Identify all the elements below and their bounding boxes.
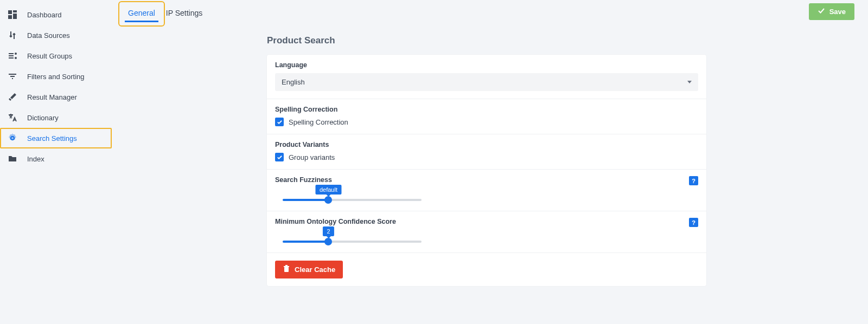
tabs-highlight-wrap: General (120, 3, 163, 24)
data-sources-icon (8, 30, 17, 40)
sidebar-item-dashboard[interactable]: Dashboard (0, 4, 112, 25)
svg-rect-1 (13, 10, 17, 12)
svg-rect-0 (8, 10, 12, 14)
ontology-slider[interactable]: 2 (283, 241, 422, 243)
sidebar-item-search-settings[interactable]: Search Settings (0, 128, 112, 148)
sidebar-item-label: Data Sources (27, 31, 70, 40)
clear-cache-button[interactable]: Clear Cache (275, 261, 343, 278)
slider-thumb[interactable] (324, 196, 332, 204)
main-content: General IP Settings Save Product Search … (112, 0, 868, 324)
section-language: Language English (267, 55, 706, 99)
label-variants: Product Variants (275, 141, 698, 148)
label-spelling: Spelling Correction (275, 106, 698, 113)
tools-icon (8, 92, 17, 102)
check-icon (818, 7, 825, 16)
svg-point-7 (15, 53, 16, 54)
save-button-label: Save (829, 8, 846, 16)
filters-icon (8, 72, 17, 81)
save-button[interactable]: Save (809, 3, 854, 20)
trash-icon (283, 265, 290, 274)
svg-rect-14 (285, 265, 288, 266)
variants-checkbox[interactable] (275, 153, 284, 161)
slider-thumb[interactable] (324, 238, 332, 245)
sidebar: Dashboard Data Sources Result Groups Fil… (0, 0, 112, 324)
dashboard-icon (8, 10, 17, 20)
label-fuzziness: Search Fuzziness (275, 176, 332, 184)
fuzziness-slider-tooltip: default (316, 185, 341, 195)
settings-card: Language English Spelling Correction Spe… (267, 55, 706, 286)
spelling-checkbox-label: Spelling Correction (289, 118, 348, 126)
sidebar-item-label: Index (27, 155, 44, 163)
clear-cache-label: Clear Cache (295, 265, 335, 274)
sidebar-item-label: Result Manager (27, 93, 77, 101)
tab-ip-settings[interactable]: IP Settings (163, 3, 206, 21)
folder-icon (8, 154, 17, 164)
sidebar-item-result-groups[interactable]: Result Groups (0, 46, 112, 66)
help-icon-fuzziness[interactable]: ? (689, 176, 698, 185)
result-groups-icon (8, 51, 17, 61)
sidebar-item-result-manager[interactable]: Result Manager (0, 87, 112, 107)
label-ontology: Minimum Ontology Confidence Score (275, 218, 396, 225)
language-select[interactable]: English (275, 73, 698, 91)
sidebar-item-label: Dictionary (27, 114, 59, 122)
section-ontology: Minimum Ontology Confidence Score ? 2 (267, 211, 706, 253)
section-variants: Product Variants Group variants (267, 134, 706, 170)
tab-general[interactable]: General (125, 7, 158, 22)
help-icon-ontology[interactable]: ? (689, 218, 698, 227)
label-language: Language (275, 61, 698, 69)
spelling-checkbox[interactable] (275, 118, 284, 126)
sidebar-item-label: Filters and Sorting (27, 73, 85, 81)
section-clear-cache: Clear Cache (267, 253, 706, 286)
svg-rect-13 (284, 266, 289, 267)
chevron-down-icon (687, 81, 692, 83)
section-fuzziness: Search Fuzziness ? default (267, 170, 706, 211)
sidebar-item-label: Search Settings (27, 134, 77, 142)
svg-rect-12 (284, 267, 289, 272)
sidebar-item-dictionary[interactable]: Dictionary (0, 107, 112, 128)
gear-icon (8, 133, 17, 143)
sidebar-item-index[interactable]: Index (0, 148, 112, 169)
variants-checkbox-label: Group variants (289, 153, 335, 161)
svg-rect-2 (13, 14, 17, 19)
fuzziness-slider[interactable]: default (283, 199, 422, 201)
translate-icon (8, 113, 17, 122)
ontology-slider-tooltip: 2 (323, 226, 334, 236)
svg-rect-3 (8, 15, 12, 19)
tabs-bar: General IP Settings (120, 0, 859, 24)
sidebar-item-data-sources[interactable]: Data Sources (0, 25, 112, 46)
language-select-value: English (282, 78, 305, 86)
section-spelling: Spelling Correction Spelling Correction (267, 99, 706, 134)
sidebar-item-filters-sorting[interactable]: Filters and Sorting (0, 66, 112, 87)
sidebar-item-label: Dashboard (27, 11, 62, 19)
sidebar-item-label: Result Groups (27, 52, 72, 60)
page-title: Product Search (267, 35, 859, 46)
svg-point-8 (15, 57, 16, 59)
